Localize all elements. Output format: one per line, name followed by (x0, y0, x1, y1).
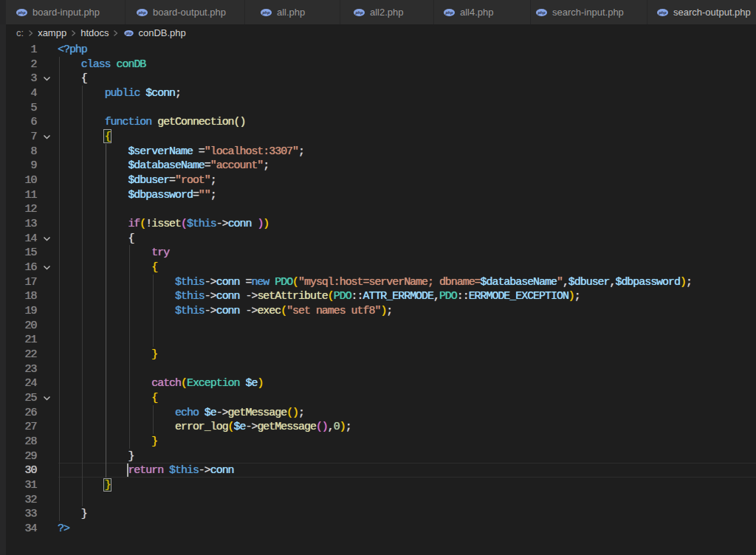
svg-text:php: php (18, 10, 27, 14)
svg-text:php: php (659, 10, 667, 14)
svg-text:php: php (537, 10, 546, 14)
svg-text:php: php (355, 10, 364, 14)
svg-text:php: php (262, 10, 271, 14)
svg-text:php: php (445, 10, 454, 14)
svg-text:php: php (138, 10, 147, 14)
svg-text:php: php (126, 31, 132, 35)
